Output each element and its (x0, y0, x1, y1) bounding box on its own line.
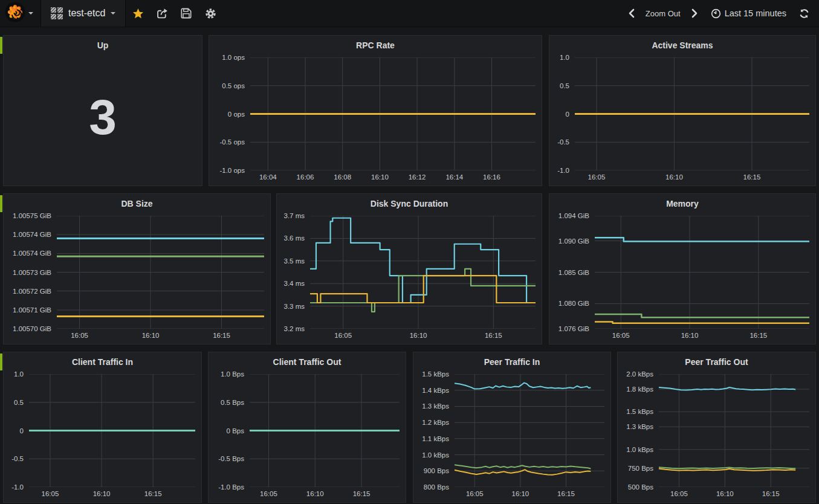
dashboard-picker[interactable]: test-etcd (40, 0, 126, 27)
panel-title-memory[interactable]: Memory (549, 194, 815, 216)
top-navbar: test-etcd (0, 0, 819, 27)
plot-area[interactable] (310, 216, 536, 329)
plot-area[interactable] (575, 57, 809, 170)
chart-client-traffic-in[interactable]: 1.00.50-0.5-1.016:0516:1016:15 (4, 374, 201, 502)
caret-down-icon (28, 12, 33, 17)
plot-area[interactable] (250, 57, 536, 170)
series-peer-in-c (455, 470, 591, 475)
series-sync-c (310, 276, 536, 303)
panel-title-active-streams[interactable]: Active Streams (549, 36, 815, 57)
settings-button[interactable] (198, 0, 222, 27)
chart-peer-traffic-out[interactable]: 2.0 kBps1.8 kBps1.5 kBps1.3 kBps1.0 kBps… (618, 374, 815, 502)
caret-down-icon (111, 12, 115, 17)
chart-client-traffic-out[interactable]: 1.0 Bps0.5 Bps0 Bps-0.5 Bps-1.0 Bps16:05… (209, 374, 406, 502)
star-button[interactable] (126, 0, 150, 27)
y-axis-labels: 1.00575 GiB1.00574 GiB1.00574 GiB1.00573… (4, 216, 57, 329)
chevron-right-icon (691, 8, 698, 18)
save-button[interactable] (174, 0, 198, 27)
dashboard-title: test-etcd (68, 8, 105, 19)
x-axis-labels: 16:0516:1016:15 (310, 332, 536, 343)
y-axis-labels: 1.5 kBps1.4 kBps1.3 kBps1.2 kBps1.1 kBps… (413, 374, 455, 487)
series-mem-a (595, 237, 809, 241)
dashboard-canvas: Up 3 RPC Rate 1.0 ops0.5 ops0 ops-0.5 op… (0, 27, 819, 504)
x-axis-labels: 16:0516:1016:15 (250, 490, 400, 501)
y-axis-labels: 1.0 Bps0.5 Bps0 Bps-0.5 Bps-1.0 Bps (209, 374, 250, 487)
row-toggle[interactable] (0, 37, 2, 54)
x-axis-labels: 16:0516:1016:15 (57, 332, 264, 343)
panel-peer-traffic-in: Peer Traffic In 1.5 kBps1.4 kBps1.3 kBps… (413, 352, 611, 503)
grafana-logo-icon (5, 2, 25, 25)
time-picker-button[interactable]: Last 15 minutes (705, 8, 792, 19)
save-icon (181, 8, 192, 19)
x-axis-labels: 16:0516:1016:15 (455, 490, 604, 501)
chart-peer-traffic-in[interactable]: 1.5 kBps1.4 kBps1.3 kBps1.2 kBps1.1 kBps… (413, 374, 610, 502)
panel-title-client-traffic-in[interactable]: Client Traffic In (4, 352, 201, 374)
share-icon (157, 8, 168, 19)
x-axis-labels: 16:0416:0616:0816:1016:1216:1416:16 (250, 173, 536, 184)
zoom-out-button[interactable]: Zoom Out (642, 9, 684, 18)
series-mem-b (595, 314, 809, 317)
refresh-icon (799, 8, 809, 19)
panel-memory: Memory 1.094 GiB1.090 GiB1.085 GiB1.080 … (549, 193, 816, 344)
gear-icon (205, 8, 216, 19)
chart-rpc-rate[interactable]: 1.0 ops0.5 ops0 ops-0.5 ops-1.0 ops16:04… (209, 57, 542, 186)
panel-db-size: DB Size 1.00575 GiB1.00574 GiB1.00574 Gi… (3, 193, 271, 344)
series-peer-in-a (455, 383, 591, 389)
row-toggle[interactable] (0, 195, 2, 212)
x-axis-labels: 16:0516:1016:15 (575, 173, 809, 184)
y-axis-labels: 1.094 GiB1.090 GiB1.085 GiB1.080 GiB1.07… (549, 216, 595, 329)
star-icon (132, 8, 144, 19)
y-axis-labels: 3.7 ms3.6 ms3.5 ms3.4 ms3.3 ms3.2 ms (277, 216, 310, 329)
panel-client-traffic-out: Client Traffic Out 1.0 Bps0.5 Bps0 Bps-0… (208, 352, 406, 503)
y-axis-labels: 1.0 ops0.5 ops0 ops-0.5 ops-1.0 ops (209, 57, 250, 170)
panel-rpc-rate: RPC Rate 1.0 ops0.5 ops0 ops-0.5 ops-1.0… (209, 35, 542, 186)
chart-disk-sync[interactable]: 3.7 ms3.6 ms3.5 ms3.4 ms3.3 ms3.2 ms16:0… (277, 216, 542, 344)
plot-area[interactable] (595, 216, 809, 329)
panel-peer-traffic-out: Peer Traffic Out 2.0 kBps1.8 kBps1.5 kBp… (617, 352, 816, 503)
panel-title-disk-sync[interactable]: Disk Sync Duration (277, 194, 542, 216)
plot-area[interactable] (455, 374, 604, 487)
chart-db-size[interactable]: 1.00575 GiB1.00574 GiB1.00574 GiB1.00573… (4, 216, 270, 344)
series-mem-c (595, 322, 809, 323)
chevron-left-icon (628, 8, 635, 18)
panel-title-up[interactable]: Up (4, 36, 202, 57)
series-sync-a (310, 218, 536, 303)
panel-disk-sync: Disk Sync Duration 3.7 ms3.6 ms3.5 ms3.4… (276, 193, 542, 344)
chart-active-streams[interactable]: 1.00.50-0.5-1.016:0516:1016:15 (549, 57, 815, 186)
panel-active-streams: Active Streams 1.00.50-0.5-1.016:0516:10… (549, 35, 816, 186)
singlestat-value: 3 (4, 57, 202, 177)
row-toggle[interactable] (0, 354, 2, 370)
x-axis-labels: 16:0516:1016:15 (29, 490, 195, 501)
refresh-button[interactable] (795, 0, 813, 27)
time-range-label: Last 15 minutes (725, 8, 786, 18)
x-axis-labels: 16:0516:1016:15 (659, 490, 809, 501)
y-axis-labels: 1.00.50-0.5-1.0 (549, 57, 575, 170)
chart-memory[interactable]: 1.094 GiB1.090 GiB1.085 GiB1.080 GiB1.07… (549, 216, 815, 344)
plot-area[interactable] (57, 216, 264, 329)
grafana-menu-button[interactable] (0, 0, 40, 27)
x-axis-labels: 16:0516:1016:15 (595, 332, 809, 343)
plot-area[interactable] (29, 374, 195, 487)
panel-client-traffic-in: Client Traffic In 1.00.50-0.5-1.016:0516… (3, 352, 202, 503)
plot-area[interactable] (250, 374, 400, 487)
plot-area[interactable] (659, 374, 809, 487)
panel-up: Up 3 (3, 35, 202, 186)
series-peer-out-a (659, 387, 795, 390)
y-axis-labels: 1.00.50-0.5-1.0 (4, 374, 29, 487)
time-shift-forward-button[interactable] (687, 0, 702, 27)
time-shift-back-button[interactable] (624, 0, 639, 27)
dashboard-grid-icon (51, 7, 63, 19)
series-peer-in-b (455, 465, 591, 468)
share-button[interactable] (150, 0, 174, 27)
panel-title-rpc-rate[interactable]: RPC Rate (209, 36, 542, 57)
clock-icon (711, 8, 721, 19)
y-axis-labels: 2.0 kBps1.8 kBps1.5 kBps1.3 kBps1.0 kBps… (618, 374, 659, 487)
